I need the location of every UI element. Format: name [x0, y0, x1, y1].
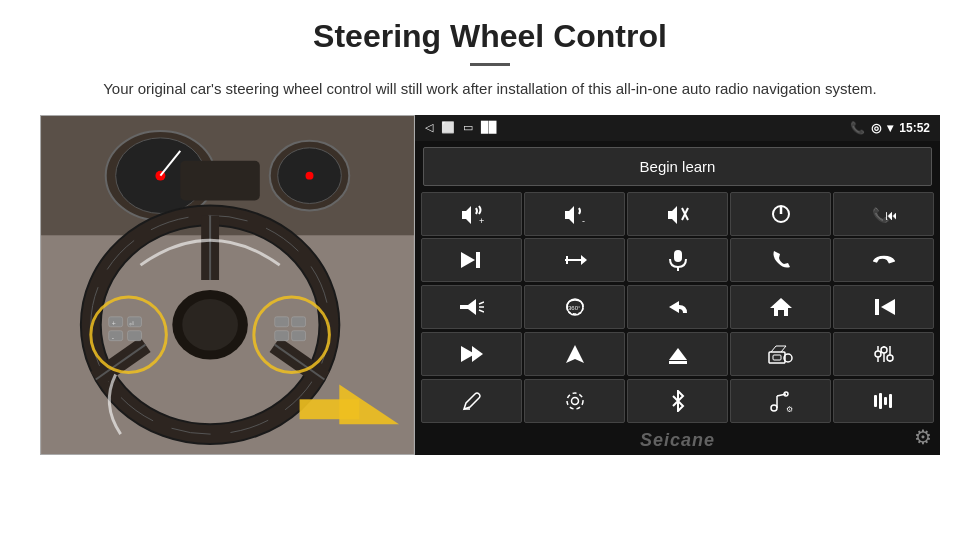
- svg-point-68: [875, 351, 881, 357]
- recent-nav-icon[interactable]: ▭: [463, 121, 473, 134]
- content-row: + - ⏎ ◁ ⬜: [40, 115, 940, 455]
- fast-fwd-btn[interactable]: [524, 238, 625, 282]
- gear-icon[interactable]: ⚙: [914, 425, 932, 449]
- android-status-bar: ◁ ⬜ ▭ ▉▉ 📞 ◎ ▾ 15:52: [415, 115, 940, 141]
- mute-btn[interactable]: [627, 192, 728, 236]
- svg-point-79: [567, 393, 583, 409]
- svg-rect-49: [674, 250, 682, 262]
- svg-point-20: [182, 298, 238, 350]
- svg-text:+: +: [112, 319, 116, 326]
- horn-btn[interactable]: [421, 285, 522, 329]
- sim-icon: ▉▉: [481, 121, 497, 134]
- clock: 15:52: [899, 121, 930, 135]
- skip-fwd-btn[interactable]: [421, 332, 522, 376]
- svg-text:⏎: ⏎: [129, 320, 134, 326]
- svg-point-71: [881, 347, 887, 353]
- svg-text:-: -: [582, 216, 585, 224]
- pen-btn[interactable]: [421, 379, 522, 423]
- svg-text:⏮: ⏮: [885, 207, 896, 223]
- svg-text:360°: 360°: [568, 305, 581, 311]
- equalizer-btn[interactable]: [833, 332, 934, 376]
- home-btn[interactable]: [730, 285, 831, 329]
- svg-marker-63: [669, 348, 687, 360]
- svg-rect-86: [879, 393, 882, 409]
- svg-point-74: [887, 355, 893, 361]
- navigation-btn[interactable]: [524, 332, 625, 376]
- svg-point-78: [571, 397, 578, 404]
- vol-down-btn[interactable]: -: [524, 192, 625, 236]
- svg-rect-35: [300, 399, 360, 419]
- svg-rect-30: [275, 316, 289, 326]
- svg-rect-87: [884, 397, 887, 405]
- power-btn[interactable]: [730, 192, 831, 236]
- svg-rect-64: [669, 361, 687, 364]
- page-container: Steering Wheel Control Your original car…: [0, 0, 980, 548]
- status-left-icons: ◁ ⬜ ▭ ▉▉: [425, 121, 497, 134]
- svg-rect-88: [889, 394, 892, 408]
- android-bottom-bar: Seicane ⚙: [415, 428, 940, 455]
- svg-marker-58: [881, 299, 895, 315]
- svg-rect-59: [875, 299, 879, 315]
- title-divider: [470, 63, 510, 66]
- music-settings-btn[interactable]: ⚙: [730, 379, 831, 423]
- svg-rect-31: [292, 316, 306, 326]
- gps-status-icon: ◎: [871, 121, 881, 135]
- car-image-area: + - ⏎: [40, 115, 415, 455]
- page-title: Steering Wheel Control: [313, 18, 667, 55]
- svg-rect-9: [180, 160, 260, 200]
- phone-prev-btn[interactable]: 📞⏮: [833, 192, 934, 236]
- svg-rect-45: [476, 252, 480, 268]
- phone-status-icon: 📞: [850, 121, 865, 135]
- svg-rect-67: [773, 355, 781, 360]
- radio-btn[interactable]: [730, 332, 831, 376]
- begin-learn-button[interactable]: Begin learn: [423, 147, 932, 186]
- svg-text:-: -: [112, 333, 114, 340]
- svg-text:+: +: [479, 216, 484, 224]
- bluetooth-btn[interactable]: [627, 379, 728, 423]
- svg-marker-44: [461, 252, 475, 268]
- svg-line-52: [479, 302, 484, 304]
- svg-marker-51: [460, 299, 476, 315]
- eject-btn[interactable]: [627, 332, 728, 376]
- svg-point-8: [306, 171, 314, 179]
- svg-marker-61: [472, 346, 483, 362]
- status-right-icons: 📞 ◎ ▾ 15:52: [850, 121, 930, 135]
- svg-marker-57: [770, 298, 792, 316]
- wifi-status-icon: ▾: [887, 121, 893, 135]
- svg-text:⚙: ⚙: [786, 405, 793, 412]
- svg-line-54: [479, 310, 484, 312]
- svg-rect-65: [769, 352, 785, 363]
- vol-up-btn[interactable]: +: [421, 192, 522, 236]
- home-nav-icon[interactable]: ⬜: [441, 121, 455, 134]
- svg-point-80: [771, 405, 777, 411]
- back-nav-icon[interactable]: ◁: [425, 121, 433, 134]
- audio-levels-btn[interactable]: [833, 379, 934, 423]
- svg-rect-32: [275, 330, 289, 340]
- call-btn[interactable]: [730, 238, 831, 282]
- mic-btn[interactable]: [627, 238, 728, 282]
- skip-next-btn[interactable]: [421, 238, 522, 282]
- svg-marker-62: [566, 345, 584, 363]
- android-screen: ◁ ⬜ ▭ ▉▉ 📞 ◎ ▾ 15:52 Begin learn +: [415, 115, 940, 455]
- rewind-btn[interactable]: [833, 285, 934, 329]
- svg-marker-48: [581, 255, 587, 265]
- watermark-text: Seicane: [415, 428, 940, 455]
- 360-camera-btn[interactable]: 360°: [524, 285, 625, 329]
- page-subtitle: Your original car's steering wheel contr…: [103, 78, 877, 101]
- svg-rect-26: [128, 330, 142, 340]
- svg-rect-85: [874, 395, 877, 407]
- settings-btn[interactable]: [524, 379, 625, 423]
- back-btn[interactable]: [627, 285, 728, 329]
- control-button-grid: + - 📞⏮: [415, 192, 940, 428]
- svg-rect-33: [292, 330, 306, 340]
- hang-up-btn[interactable]: [833, 238, 934, 282]
